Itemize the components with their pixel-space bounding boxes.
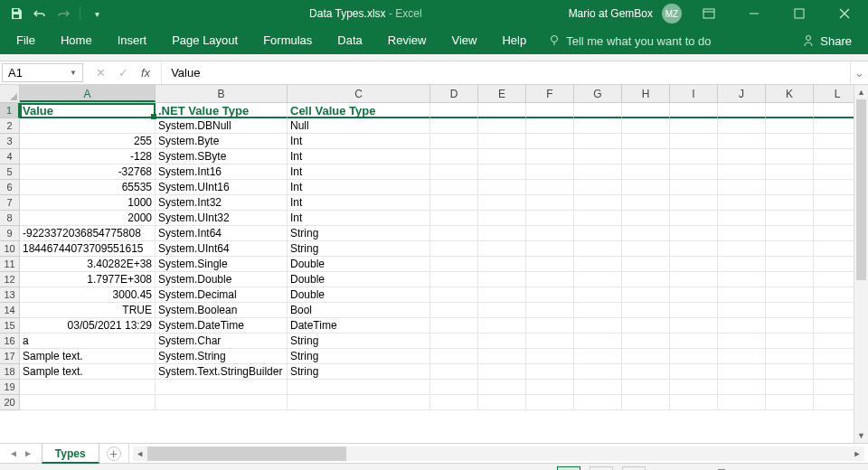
cell-I15[interactable] <box>670 318 718 334</box>
cell-E9[interactable] <box>478 226 526 241</box>
cell-F14[interactable] <box>526 303 574 318</box>
cell-F6[interactable] <box>526 180 574 195</box>
cell-J11[interactable] <box>718 257 766 272</box>
cell-C18[interactable]: String <box>288 364 430 380</box>
cell-C4[interactable]: Int <box>288 149 430 164</box>
vertical-scrollbar-thumb[interactable] <box>856 99 866 280</box>
cell-C14[interactable]: Bool <box>288 303 430 318</box>
tab-insert[interactable]: Insert <box>105 27 160 54</box>
cell-A8[interactable]: 2000 <box>20 211 156 226</box>
cell-E3[interactable] <box>478 134 526 149</box>
cell-D9[interactable] <box>430 226 478 241</box>
tab-help[interactable]: Help <box>489 27 539 54</box>
row-header-6[interactable]: 6 <box>0 180 20 195</box>
view-page-layout-button[interactable] <box>590 466 613 471</box>
cell-G15[interactable] <box>574 318 622 334</box>
tab-file[interactable]: File <box>4 27 48 54</box>
cell-K9[interactable] <box>766 226 814 241</box>
cell-J20[interactable] <box>718 395 766 410</box>
row-header-19[interactable]: 19 <box>0 380 20 395</box>
sheet-nav-next-icon[interactable]: ► <box>24 448 33 458</box>
cell-C16[interactable]: String <box>288 334 430 349</box>
ribbon-display-options-icon[interactable] <box>691 0 727 27</box>
cell-K1[interactable] <box>766 103 814 118</box>
cell-A3[interactable]: 255 <box>20 134 156 149</box>
sheet-tab-types[interactable]: Types <box>42 444 99 464</box>
column-header-H[interactable]: H <box>622 85 670 102</box>
row-header-1[interactable]: 1 <box>0 103 20 118</box>
view-normal-button[interactable] <box>557 466 580 471</box>
cell-J13[interactable] <box>718 287 766 303</box>
cell-K19[interactable] <box>766 380 814 395</box>
cell-E11[interactable] <box>478 257 526 272</box>
cell-A12[interactable]: 1.7977E+308 <box>20 272 156 287</box>
cell-G8[interactable] <box>574 211 622 226</box>
row-header-15[interactable]: 15 <box>0 318 20 334</box>
cell-G18[interactable] <box>574 364 622 380</box>
cell-D14[interactable] <box>430 303 478 318</box>
cell-F18[interactable] <box>526 364 574 380</box>
cell-H5[interactable] <box>622 164 670 180</box>
cell-B7[interactable]: System.Int32 <box>156 195 288 211</box>
scroll-right-icon[interactable]: ► <box>850 449 864 458</box>
cell-G4[interactable] <box>574 149 622 164</box>
cell-B16[interactable]: System.Char <box>156 334 288 349</box>
cell-I12[interactable] <box>670 272 718 287</box>
cell-J17[interactable] <box>718 349 766 364</box>
row-header-12[interactable]: 12 <box>0 272 20 287</box>
cells-grid[interactable]: 1Value.NET Value TypeCell Value Type2Sys… <box>0 103 868 443</box>
cell-G9[interactable] <box>574 226 622 241</box>
column-header-C[interactable]: C <box>288 85 430 102</box>
row-header-8[interactable]: 8 <box>0 211 20 226</box>
row-header-14[interactable]: 14 <box>0 303 20 318</box>
cell-E4[interactable] <box>478 149 526 164</box>
cell-D19[interactable] <box>430 380 478 395</box>
cell-G17[interactable] <box>574 349 622 364</box>
cell-G11[interactable] <box>574 257 622 272</box>
minimize-button[interactable] <box>736 0 772 27</box>
new-sheet-button[interactable]: + <box>107 446 121 461</box>
cell-D15[interactable] <box>430 318 478 334</box>
cell-G6[interactable] <box>574 180 622 195</box>
cell-I20[interactable] <box>670 395 718 410</box>
cell-G1[interactable] <box>574 103 622 118</box>
column-header-D[interactable]: D <box>430 85 478 102</box>
row-header-3[interactable]: 3 <box>0 134 20 149</box>
name-box[interactable]: A1▼ <box>2 63 83 82</box>
view-page-break-button[interactable] <box>622 466 646 471</box>
cell-D18[interactable] <box>430 364 478 380</box>
cell-J19[interactable] <box>718 380 766 395</box>
cell-G5[interactable] <box>574 164 622 180</box>
cell-J12[interactable] <box>718 272 766 287</box>
cell-I3[interactable] <box>670 134 718 149</box>
cell-G12[interactable] <box>574 272 622 287</box>
tab-page-layout[interactable]: Page Layout <box>159 27 250 54</box>
scroll-up-icon[interactable]: ▲ <box>854 85 868 99</box>
row-header-18[interactable]: 18 <box>0 364 20 380</box>
cell-H18[interactable] <box>622 364 670 380</box>
cell-A14[interactable]: TRUE <box>20 303 156 318</box>
cell-K15[interactable] <box>766 318 814 334</box>
cell-I14[interactable] <box>670 303 718 318</box>
cell-B19[interactable] <box>156 380 288 395</box>
cell-A6[interactable]: 65535 <box>20 180 156 195</box>
column-header-K[interactable]: K <box>766 85 814 102</box>
tab-data[interactable]: Data <box>325 27 374 54</box>
maximize-button[interactable] <box>781 0 817 27</box>
row-header-17[interactable]: 17 <box>0 349 20 364</box>
cell-H2[interactable] <box>622 118 670 134</box>
cell-F10[interactable] <box>526 241 574 257</box>
select-all-corner[interactable] <box>0 85 20 102</box>
cell-F3[interactable] <box>526 134 574 149</box>
cell-K6[interactable] <box>766 180 814 195</box>
cell-E18[interactable] <box>478 364 526 380</box>
cell-B15[interactable]: System.DateTime <box>156 318 288 334</box>
cell-E12[interactable] <box>478 272 526 287</box>
cell-C8[interactable]: Int <box>288 211 430 226</box>
cell-B5[interactable]: System.Int16 <box>156 164 288 180</box>
horizontal-scrollbar-thumb[interactable] <box>147 446 346 461</box>
cell-J9[interactable] <box>718 226 766 241</box>
formula-bar-input[interactable]: Value <box>162 61 850 84</box>
cell-G3[interactable] <box>574 134 622 149</box>
cell-K10[interactable] <box>766 241 814 257</box>
